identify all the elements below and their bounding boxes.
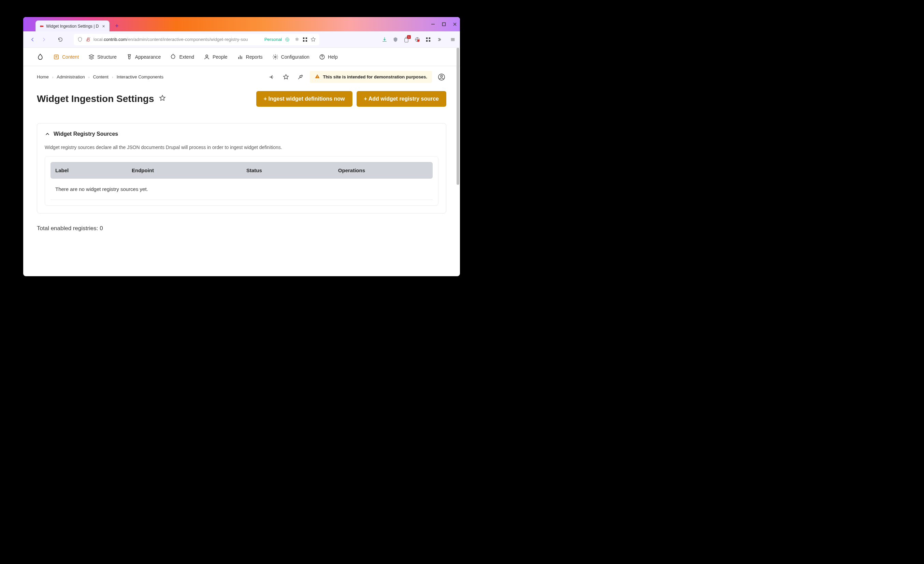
svg-rect-11 xyxy=(306,40,307,41)
favorite-star-button[interactable] xyxy=(159,95,166,103)
registry-sources-section: Widget Registry Sources Widget registry … xyxy=(37,123,446,214)
breadcrumb-item[interactable]: Home xyxy=(37,74,49,79)
col-status: Status xyxy=(242,162,333,179)
back-button[interactable] xyxy=(27,34,38,45)
url-text: local.contrib.com/en/admin/content/inter… xyxy=(93,37,262,42)
browser-tab-strip: Widget Ingestion Settings | D × + xyxy=(23,17,460,31)
nav-configuration[interactable]: Configuration xyxy=(272,52,309,62)
drupal-logo-icon[interactable] xyxy=(37,54,44,60)
svg-rect-16 xyxy=(429,37,430,39)
breadcrumb-item[interactable]: Administration xyxy=(57,74,85,79)
page-content: Content Structure Appearance Extend Peop… xyxy=(23,48,460,276)
breadcrumb-item[interactable]: Content xyxy=(93,74,108,79)
breadcrumb: Home › Administration › Content › Intera… xyxy=(37,74,164,79)
browser-toolbar: local.contrib.com/en/admin/content/inter… xyxy=(23,31,460,48)
ingest-button[interactable]: + Ingest widget definitions now xyxy=(256,91,352,107)
window-controls xyxy=(430,17,457,31)
section-description: Widget registry sources declare all the … xyxy=(45,145,438,150)
action-buttons: + Ingest widget definitions now + Add wi… xyxy=(256,91,446,107)
col-label: Label xyxy=(51,162,127,179)
svg-rect-10 xyxy=(303,40,304,41)
download-icon[interactable] xyxy=(381,36,388,43)
globe-icon[interactable] xyxy=(414,36,420,43)
nav-extend[interactable]: Extend xyxy=(170,52,194,62)
svg-rect-15 xyxy=(426,37,428,39)
col-operations: Operations xyxy=(333,162,433,179)
browser-tab[interactable]: Widget Ingestion Settings | D × xyxy=(36,21,110,31)
table-container: Label Endpoint Status Operations There a… xyxy=(45,156,438,206)
svg-point-25 xyxy=(206,55,208,57)
table-row-empty: There are no widget registry sources yet… xyxy=(51,179,433,200)
window-close-icon[interactable] xyxy=(453,22,457,27)
tab-title: Widget Ingestion Settings | D xyxy=(46,24,99,28)
section-toggle[interactable]: Widget Registry Sources xyxy=(45,131,438,137)
bug-icon[interactable]: ✲ xyxy=(294,37,300,42)
svg-point-35 xyxy=(441,75,442,77)
close-icon[interactable]: × xyxy=(101,24,106,29)
svg-rect-9 xyxy=(306,37,307,39)
maximize-icon[interactable] xyxy=(441,22,446,27)
nav-label: Structure xyxy=(97,54,117,60)
page-title: Widget Ingestion Settings xyxy=(37,93,154,104)
bookmark-star-icon[interactable] xyxy=(310,37,316,42)
nav-label: Help xyxy=(328,54,338,60)
demo-banner: This site is intended for demonstration … xyxy=(310,71,432,83)
page-header-row: Home › Administration › Content › Intera… xyxy=(23,66,460,88)
new-tab-button[interactable]: + xyxy=(112,21,122,31)
url-bar[interactable]: local.contrib.com/en/admin/content/inter… xyxy=(74,34,320,45)
add-source-button[interactable]: + Add widget registry source xyxy=(357,91,446,107)
chevron-right-icon: › xyxy=(112,75,113,79)
nav-label: Reports xyxy=(246,54,263,60)
nav-people[interactable]: People xyxy=(204,52,228,62)
minimize-icon[interactable] xyxy=(430,22,435,27)
grid-icon[interactable] xyxy=(302,37,308,42)
star-button[interactable] xyxy=(281,72,291,82)
svg-point-33 xyxy=(317,78,318,78)
overflow-icon[interactable] xyxy=(436,36,442,43)
col-endpoint: Endpoint xyxy=(127,162,242,179)
nav-help[interactable]: Help xyxy=(319,52,338,62)
chevron-right-icon: › xyxy=(52,75,54,79)
lock-strikethrough-icon xyxy=(85,37,91,42)
title-row: Widget Ingestion Settings + Ingest widge… xyxy=(23,88,460,115)
svg-rect-8 xyxy=(303,37,304,39)
scrollbar[interactable] xyxy=(456,48,459,276)
forward-button[interactable] xyxy=(39,34,49,45)
extension-icon[interactable]: 1 xyxy=(403,36,410,43)
svg-rect-17 xyxy=(426,40,428,41)
svg-point-14 xyxy=(417,40,420,42)
warning-icon xyxy=(315,74,320,80)
tab-favicon-icon xyxy=(39,24,44,28)
scrollbar-thumb[interactable] xyxy=(456,48,459,185)
empty-message: There are no widget registry sources yet… xyxy=(51,179,433,200)
nav-reports[interactable]: Reports xyxy=(237,52,263,62)
menu-icon[interactable] xyxy=(450,36,456,43)
svg-rect-1 xyxy=(442,23,446,26)
breadcrumb-item[interactable]: Interactive Components xyxy=(117,74,164,79)
extension-badge: 1 xyxy=(407,35,411,39)
registry-table: Label Endpoint Status Operations There a… xyxy=(51,162,433,200)
nav-label: People xyxy=(213,54,228,60)
svg-rect-18 xyxy=(429,40,430,41)
apps-icon[interactable] xyxy=(425,36,431,43)
svg-point-7 xyxy=(286,39,288,40)
chevron-up-icon xyxy=(45,131,50,137)
user-avatar-button[interactable] xyxy=(437,72,446,82)
nav-content[interactable]: Content xyxy=(53,52,79,62)
page-back-button[interactable] xyxy=(267,72,276,82)
nav-appearance[interactable]: Appearance xyxy=(126,52,161,62)
nav-label: Appearance xyxy=(135,54,161,60)
toolbar-extensions: 1 xyxy=(381,36,456,43)
container-label: Personal xyxy=(264,37,282,42)
nav-label: Extend xyxy=(179,54,194,60)
nav-label: Content xyxy=(62,54,79,60)
nav-structure[interactable]: Structure xyxy=(88,52,117,62)
adblock-icon[interactable] xyxy=(392,36,399,43)
browser-window: Widget Ingestion Settings | D × + local.… xyxy=(23,17,460,276)
reload-button[interactable] xyxy=(55,34,66,45)
chevron-right-icon: › xyxy=(88,75,90,79)
shield-icon xyxy=(77,37,82,42)
section-title: Widget Registry Sources xyxy=(54,131,118,137)
wrench-button[interactable] xyxy=(296,72,305,82)
svg-point-29 xyxy=(274,56,276,58)
